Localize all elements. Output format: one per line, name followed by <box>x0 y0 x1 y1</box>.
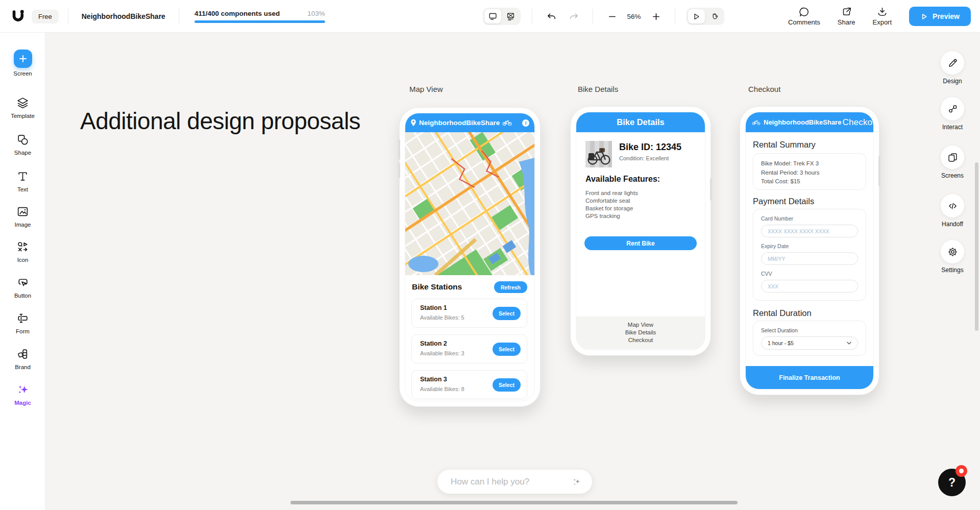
sidebar-item-icon[interactable]: Icon <box>0 239 45 263</box>
screens-stack-icon <box>941 145 964 169</box>
panel-interact[interactable]: Interact <box>937 97 968 131</box>
cvv-input[interactable] <box>761 280 858 293</box>
sidebar-item-brand[interactable]: Brand <box>0 346 45 370</box>
horizontal-scrollbar[interactable] <box>290 501 738 504</box>
sidebar-label: Form <box>0 328 45 334</box>
export-label: Export <box>872 18 892 26</box>
panel-handoff[interactable]: Handoff <box>937 194 968 228</box>
bike-details-title: Bike Details <box>617 117 665 127</box>
sidebar-item-template[interactable]: Template <box>0 95 45 119</box>
preview-button[interactable]: Preview <box>909 7 971 26</box>
city-map[interactable] <box>405 132 534 275</box>
components-progressbar <box>194 20 325 23</box>
sparkles-icon[interactable] <box>571 476 582 488</box>
select-duration-label: Select Duration <box>761 327 858 333</box>
bike-stations-title: Bike Stations <box>412 282 462 292</box>
sidebar-item-shape[interactable]: Shape <box>0 132 45 156</box>
export-button[interactable]: Export <box>872 7 892 26</box>
station-card-3: Station 3 Available Bikes: 8 Select <box>411 370 527 399</box>
station-availability: Available Bikes: 5 <box>420 314 464 321</box>
rent-bike-button[interactable]: Rent Bike <box>584 236 697 250</box>
select-station-button[interactable]: Select <box>493 378 521 392</box>
checkout-header-page: Checkout <box>842 117 873 128</box>
refresh-button[interactable]: Refresh <box>494 281 527 293</box>
summary-total-cost: Total Cost: $15 <box>761 177 858 186</box>
bike-photo <box>585 141 612 167</box>
zoom-level[interactable]: 56% <box>625 13 643 20</box>
nav-link-checkout[interactable]: Checkout <box>576 336 705 344</box>
rental-summary-card: Bike Model: Trek FX 3 Rental Period: 3 h… <box>753 153 866 190</box>
hifi-mode-button[interactable] <box>484 9 501 23</box>
zoom-in-button[interactable] <box>648 9 664 24</box>
info-icon[interactable]: i <box>522 119 529 127</box>
components-percent: 103% <box>307 10 325 17</box>
vertical-scrollbar[interactable] <box>975 162 978 331</box>
panel-screens[interactable]: Screens <box>937 145 968 179</box>
sidebar-item-image[interactable]: Image <box>0 204 45 228</box>
card-number-input[interactable] <box>761 225 858 237</box>
plan-badge[interactable]: Free <box>32 10 59 23</box>
sidebar-label: Magic <box>0 400 45 406</box>
assistant-input[interactable] <box>451 477 571 487</box>
canvas-heading[interactable]: Additional design proposals <box>80 107 360 135</box>
checkout-header: NeighborhoodBikeShareCheckout <box>746 112 873 132</box>
sidebar-label: Brand <box>0 364 45 370</box>
pointer-tool-button[interactable] <box>688 9 705 23</box>
features-title: Available Features: <box>585 175 660 184</box>
sidebar-item-form[interactable]: Form <box>0 310 45 334</box>
sidebar-label: Template <box>0 113 45 119</box>
shapes-icon <box>0 132 45 147</box>
share-button[interactable]: Share <box>838 7 855 26</box>
sidebar-label: Icon <box>0 257 45 263</box>
add-screen-icon[interactable] <box>14 50 32 68</box>
summary-rental-period: Rental Period: 3 hours <box>761 168 858 178</box>
share-icon <box>841 7 852 17</box>
panel-settings[interactable]: Settings <box>937 240 968 274</box>
redo-button[interactable] <box>566 9 581 24</box>
phone-side-button <box>710 178 712 201</box>
screen-label-bike-details[interactable]: Bike Details <box>578 85 618 93</box>
screen-label-checkout[interactable]: Checkout <box>748 85 780 93</box>
nav-link-map-view[interactable]: Map View <box>576 321 705 329</box>
sidebar-item-screen[interactable]: Screen <box>0 50 45 77</box>
sidebar-item-magic[interactable]: Magic <box>0 382 45 406</box>
mockup-checkout[interactable]: NeighborhoodBikeShareCheckout Rental Sum… <box>740 106 879 395</box>
undo-button[interactable] <box>544 9 559 24</box>
station-name: Station 2 <box>420 340 447 347</box>
select-station-button[interactable]: Select <box>493 343 521 356</box>
text-icon <box>0 168 45 184</box>
bike-condition: Condition: Excellent <box>619 155 669 161</box>
left-toolbar: Screen Template Shape Text Image Icon <box>0 33 45 510</box>
station-availability: Available Bikes: 3 <box>420 350 464 356</box>
zoom-out-button[interactable] <box>604 9 620 24</box>
bike-details-footer-nav: Map View Bike Details Checkout <box>576 317 705 349</box>
sidebar-item-button[interactable]: Button <box>0 275 45 299</box>
duration-select[interactable]: 1 hour - $5 <box>761 336 858 350</box>
select-station-button[interactable]: Select <box>493 307 521 320</box>
help-button[interactable]: ? <box>938 469 966 496</box>
expiry-date-input[interactable] <box>761 252 858 265</box>
button-icon <box>0 275 45 290</box>
bike-id: Bike ID: 12345 <box>619 142 681 153</box>
project-title[interactable]: NeighborhoodBikeShare <box>82 12 165 20</box>
mockup-bike-details[interactable]: Bike Details Bike ID: 12345 Condition: E… <box>570 106 711 356</box>
rental-duration-card: Select Duration 1 hour - $5 <box>753 321 866 356</box>
station-availability: Available Bikes: 8 <box>420 386 464 392</box>
sidebar-item-text[interactable]: Text <box>0 168 45 192</box>
pencil-icon <box>941 51 964 75</box>
finalize-transaction-button[interactable]: Finalize Transaction <box>746 366 873 389</box>
uizard-logo-icon[interactable] <box>10 8 26 25</box>
panel-design[interactable]: Design <box>937 51 968 85</box>
hand-tool-button[interactable] <box>706 9 723 23</box>
screen-label-map-view[interactable]: Map View <box>409 85 443 93</box>
comments-button[interactable]: Comments <box>788 7 820 26</box>
mockup-map-view[interactable]: NeighborhoodBikeShare i <box>399 107 541 407</box>
location-pin-icon <box>410 119 416 127</box>
nav-link-bike-details[interactable]: Bike Details <box>576 329 705 336</box>
wireframe-mode-button[interactable] <box>502 9 519 23</box>
summary-bike-model: Bike Model: Trek FX 3 <box>761 159 858 168</box>
comments-icon <box>799 7 810 17</box>
feature-item: GPS tracking <box>585 213 620 219</box>
sidebar-label: Shape <box>0 150 45 156</box>
station-name: Station 3 <box>420 376 447 383</box>
